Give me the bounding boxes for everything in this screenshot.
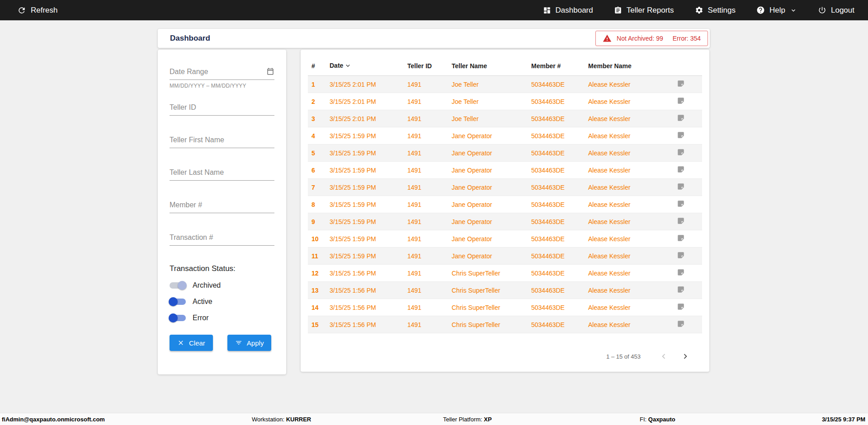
note-icon[interactable] [677, 97, 685, 105]
cell-teller-id: 1491 [404, 76, 448, 93]
cell-teller-name: Jane Operator [448, 248, 528, 265]
active-toggle[interactable] [170, 299, 186, 305]
teller-id-input[interactable] [170, 102, 274, 116]
note-icon[interactable] [677, 320, 685, 328]
note-icon[interactable] [677, 200, 685, 208]
refresh-button[interactable]: Refresh [17, 6, 58, 15]
archived-toggle[interactable] [170, 282, 186, 289]
note-icon[interactable] [677, 285, 685, 294]
table-row[interactable]: 23/15/25 2:01 PM1491Joe Teller5034463DEA… [308, 93, 702, 110]
cell-date: 3/15/25 2:01 PM [326, 76, 404, 93]
cell-row-number: 4 [308, 127, 326, 145]
col-teller-name: Teller Name [448, 57, 528, 76]
table-row[interactable]: 73/15/25 1:59 PM1491Jane Operator5034463… [308, 179, 702, 196]
teller-last-name-input[interactable] [170, 167, 274, 181]
chevron-down-icon [790, 7, 797, 14]
filter-field [170, 199, 274, 213]
table-row[interactable]: 53/15/25 1:59 PM1491Jane Operator5034463… [308, 145, 702, 162]
teller-platform-info: Teller Platform: XP [443, 416, 492, 423]
table-row[interactable]: 113/15/25 1:59 PM1491Jane Operator503446… [308, 248, 702, 265]
table-row[interactable]: 103/15/25 1:59 PM1491Jane Operator503446… [308, 230, 702, 248]
toggle-label: Error [193, 314, 209, 322]
table-row[interactable]: 33/15/25 2:01 PM1491Joe Teller5034463DEA… [308, 110, 702, 127]
cell-date: 3/15/25 1:59 PM [326, 162, 404, 179]
sort-down-icon [344, 62, 352, 70]
filter-field [170, 232, 274, 246]
clear-button[interactable]: Clear [170, 335, 213, 351]
cell-teller-name: Jane Operator [448, 230, 528, 248]
transaction-number-input[interactable] [170, 232, 274, 246]
note-icon[interactable] [677, 148, 685, 156]
cell-member-name: Alease Kessler [585, 213, 673, 230]
cell-member-name: Alease Kessler [585, 248, 673, 265]
note-icon[interactable] [677, 303, 685, 311]
nav-help-label: Help [769, 6, 785, 15]
nav-teller-reports[interactable]: Teller Reports [614, 6, 674, 15]
col-number: # [308, 57, 326, 76]
nav-dashboard[interactable]: Dashboard [543, 6, 593, 15]
error-toggle[interactable] [170, 315, 186, 321]
note-icon[interactable] [677, 79, 685, 88]
cell-date: 3/15/25 1:59 PM [326, 248, 404, 265]
refresh-label: Refresh [31, 6, 58, 15]
table-row[interactable]: 123/15/25 1:56 PM1491Chris SuperTeller50… [308, 265, 702, 282]
note-icon[interactable] [677, 131, 685, 139]
note-icon[interactable] [677, 182, 685, 191]
note-icon[interactable] [677, 268, 685, 276]
table-row[interactable]: 83/15/25 1:59 PM1491Jane Operator5034463… [308, 196, 702, 213]
nav-logout-label: Logout [831, 6, 854, 15]
filter-field [170, 102, 274, 116]
cell-member-number: 5034463DE [528, 316, 585, 333]
warning-icon [603, 34, 612, 43]
filter-field [170, 134, 274, 148]
col-date[interactable]: Date [326, 57, 404, 76]
apply-button[interactable]: Apply [227, 335, 272, 351]
table-row[interactable]: 93/15/25 1:59 PM1491Jane Operator5034463… [308, 213, 702, 230]
table-row[interactable]: 133/15/25 1:56 PM1491Chris SuperTeller50… [308, 282, 702, 299]
cell-member-number: 5034463DE [528, 162, 585, 179]
note-icon[interactable] [677, 217, 685, 225]
table-row[interactable]: 13/15/25 2:01 PM1491Joe Teller5034463DEA… [308, 76, 702, 93]
note-icon[interactable] [677, 114, 685, 122]
cell-teller-id: 1491 [404, 127, 448, 145]
top-nav-items: Dashboard Teller Reports Settings Help [543, 6, 854, 15]
table-row[interactable]: 43/15/25 1:59 PM1491Jane Operator5034463… [308, 127, 702, 145]
close-icon [177, 339, 184, 346]
nav-settings[interactable]: Settings [695, 6, 736, 15]
cell-member-name: Alease Kessler [585, 265, 673, 282]
calendar-icon[interactable] [266, 67, 274, 77]
table-row[interactable]: 143/15/25 1:56 PM1491Chris SuperTeller50… [308, 299, 702, 316]
cell-row-number: 9 [308, 213, 326, 230]
col-note [673, 57, 702, 76]
teller-first-name-input[interactable] [170, 134, 274, 148]
cell-member-name: Alease Kessler [585, 230, 673, 248]
note-icon[interactable] [677, 165, 685, 173]
note-icon[interactable] [677, 251, 685, 259]
cell-member-number: 5034463DE [528, 76, 585, 93]
note-icon[interactable] [677, 234, 685, 242]
nav-help[interactable]: Help [756, 6, 797, 15]
cell-date: 3/15/25 1:59 PM [326, 145, 404, 162]
nav-logout[interactable]: Logout [818, 6, 854, 15]
cell-teller-id: 1491 [404, 282, 448, 299]
cell-teller-id: 1491 [404, 230, 448, 248]
member-number-input[interactable] [170, 199, 274, 213]
cell-teller-name: Jane Operator [448, 179, 528, 196]
cell-member-name: Alease Kessler [585, 196, 673, 213]
cell-member-number: 5034463DE [528, 299, 585, 316]
cell-teller-id: 1491 [404, 248, 448, 265]
next-page-button[interactable] [679, 350, 691, 362]
cell-teller-id: 1491 [404, 93, 448, 110]
prev-page-button[interactable] [658, 350, 670, 362]
cell-member-name: Alease Kessler [585, 282, 673, 299]
cell-member-name: Alease Kessler [585, 162, 673, 179]
filter-panel: MM/DD/YYYY – MM/DD/YYYY Transaction Stat… [158, 50, 286, 374]
date-range-input[interactable] [170, 66, 274, 80]
cell-row-number: 3 [308, 110, 326, 127]
table-row[interactable]: 153/15/25 1:56 PM1491Chris SuperTeller50… [308, 316, 702, 333]
clipboard-icon [614, 6, 622, 14]
toggle-label: Archived [193, 281, 221, 290]
table-row[interactable]: 63/15/25 1:59 PM1491Jane Operator5034463… [308, 162, 702, 179]
cell-member-number: 5034463DE [528, 265, 585, 282]
cell-note [673, 162, 702, 179]
